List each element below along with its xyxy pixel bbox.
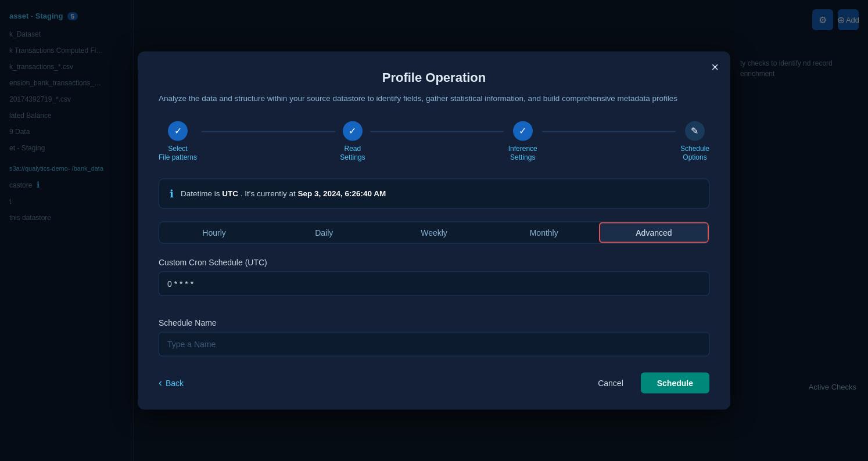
schedule-button[interactable]: Schedule: [641, 372, 709, 393]
tab-hourly[interactable]: Hourly: [159, 222, 269, 243]
step-2-circle: ✓: [343, 121, 363, 141]
step-3-icon: ✓: [519, 125, 526, 136]
schedule-tabs: Hourly Daily Weekly Monthly Advanced: [159, 221, 709, 243]
step-line-1: [202, 131, 335, 132]
tab-monthly[interactable]: Monthly: [489, 222, 599, 243]
back-button[interactable]: ‹ Back: [159, 377, 184, 389]
step-2-label: ReadSettings: [340, 144, 365, 162]
step-2: ✓ ReadSettings: [340, 121, 365, 162]
step-4: ✎ ScheduleOptions: [680, 121, 709, 162]
step-1-icon: ✓: [174, 125, 182, 136]
modal-description: Analyze the data and structure within yo…: [159, 92, 709, 105]
back-chevron-icon: ‹: [159, 377, 162, 389]
step-1-label: SelectFile patterns: [159, 144, 197, 162]
tab-weekly[interactable]: Weekly: [379, 222, 489, 243]
cron-section: Custom Cron Schedule (UTC): [159, 257, 709, 307]
info-timezone: UTC: [222, 189, 238, 198]
info-mid: . It's currently at: [241, 189, 298, 198]
modal-title: Profile Operation: [159, 70, 709, 85]
modal-dialog: × Profile Operation Analyze the data and…: [138, 52, 730, 410]
info-time: Sep 3, 2024, 6:26:40 AM: [297, 189, 386, 198]
step-4-label: ScheduleOptions: [680, 144, 709, 162]
info-bar: ℹ Datetime is UTC . It's currently at Se…: [159, 178, 709, 208]
tab-advanced[interactable]: Advanced: [599, 222, 709, 243]
schedule-name-section: Schedule Name: [159, 318, 709, 368]
schedule-name-label: Schedule Name: [159, 318, 709, 327]
step-4-circle: ✎: [685, 121, 705, 141]
step-2-icon: ✓: [349, 125, 356, 136]
step-1-circle: ✓: [168, 121, 188, 141]
step-3: ✓ InferenceSettings: [508, 121, 537, 162]
step-line-3: [542, 131, 676, 132]
footer-right: Cancel Schedule: [587, 372, 709, 393]
info-bar-text: Datetime is UTC . It's currently at Sep …: [181, 189, 386, 198]
step-1: ✓ SelectFile patterns: [159, 121, 197, 162]
tab-daily[interactable]: Daily: [269, 222, 379, 243]
cron-label: Custom Cron Schedule (UTC): [159, 257, 709, 266]
step-3-circle: ✓: [513, 121, 533, 141]
step-3-label: InferenceSettings: [508, 144, 537, 162]
schedule-name-input[interactable]: [159, 332, 709, 356]
info-bar-icon: ℹ: [170, 187, 174, 200]
step-4-icon: ✎: [691, 125, 698, 136]
cron-input[interactable]: [159, 271, 709, 296]
info-prefix: Datetime is: [181, 189, 222, 198]
cancel-button[interactable]: Cancel: [587, 372, 634, 393]
modal-close-button[interactable]: ×: [711, 61, 719, 74]
back-label: Back: [166, 378, 184, 387]
step-line-2: [370, 131, 504, 132]
stepper: ✓ SelectFile patterns ✓ ReadSettings ✓ I…: [159, 121, 709, 162]
modal-footer: ‹ Back Cancel Schedule: [159, 372, 709, 393]
